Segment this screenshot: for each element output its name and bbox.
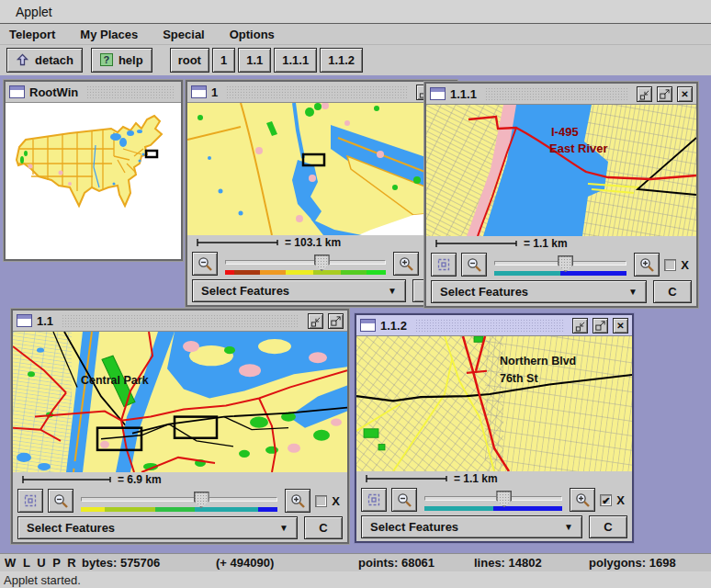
close-button[interactable]: ✕ (677, 86, 693, 102)
scale-text: = 6.9 km (118, 473, 162, 486)
ny-region-map (187, 103, 456, 235)
select-features-dropdown[interactable]: Select Features ▼ (17, 516, 298, 539)
zoom-out-button[interactable] (192, 252, 218, 276)
maximize-button[interactable] (657, 86, 672, 102)
menu-options[interactable]: Options (230, 28, 275, 41)
slider-track[interactable] (424, 496, 562, 501)
zoom-in-button[interactable] (570, 488, 595, 512)
select-features-dropdown[interactable]: Select Features ▼ (361, 515, 582, 538)
menu-my-places[interactable]: My Places (80, 28, 138, 41)
minimize-button[interactable] (308, 313, 323, 329)
slider-thumb[interactable] (314, 254, 330, 271)
window-1-1-titlebar[interactable]: 1.1 (13, 311, 347, 332)
layer-flags: W L U P R (5, 556, 82, 570)
help-button[interactable]: ? help (91, 48, 152, 73)
window-1-1-1: 1.1.1 ✕ (424, 82, 698, 308)
select-features-dropdown[interactable]: Select Features ▼ (192, 279, 406, 302)
window-1-1-scale: = 6.9 km (13, 472, 347, 487)
menu-teleport[interactable]: Teleport (9, 28, 55, 41)
help-label: help (118, 53, 143, 67)
window-1-1-1-scale: = 1.1 km (426, 236, 696, 251)
detach-button[interactable]: detach (6, 48, 83, 73)
select-features-dropdown[interactable]: Select Features ▼ (431, 280, 647, 303)
window-icon (360, 319, 376, 332)
close-icon: ✕ (616, 321, 624, 331)
window-icon (191, 85, 207, 98)
scale-ruler (21, 474, 113, 485)
x-checkbox-checked[interactable]: ✔ (600, 494, 612, 506)
x-checkbox[interactable] (664, 259, 676, 271)
nav-1-1-2-button[interactable]: 1.1.2 (320, 48, 363, 73)
nav-1-button[interactable]: 1 (212, 48, 235, 73)
map-label-road: Northern Blvd (500, 354, 576, 368)
minimize-button[interactable] (572, 318, 588, 334)
window-1-1-1-map-canvas[interactable]: I-495 East River (426, 105, 696, 236)
scale-ruler (196, 237, 280, 248)
zoom-slider[interactable] (491, 253, 629, 277)
slider-track[interactable] (225, 260, 386, 265)
nav-1-1-1-button[interactable]: 1.1.1 (274, 48, 317, 73)
help-icon: ? (100, 53, 113, 66)
titlebar-stipple (485, 87, 628, 101)
clear-button[interactable]: C (653, 280, 692, 303)
zoom-slider[interactable] (222, 252, 389, 276)
x-checkbox[interactable] (315, 495, 327, 507)
zoom-slider[interactable] (422, 488, 565, 512)
nav-1-1-button[interactable]: 1.1 (238, 48, 271, 73)
maximize-button[interactable] (592, 318, 608, 334)
slider-colorbar (424, 506, 562, 511)
window-1-1-1-controls: X (426, 251, 696, 278)
zoom-out-button[interactable] (48, 489, 73, 513)
x-checkbox-label: X (616, 493, 625, 507)
close-button[interactable]: ✕ (613, 318, 628, 334)
rootwin-titlebar[interactable]: RootWin (6, 82, 181, 103)
zoom-in-button[interactable] (634, 253, 660, 277)
clear-button[interactable]: C (304, 516, 343, 539)
window-1-1-2-feature-row: Select Features ▼ C (356, 514, 632, 541)
manhattan-map: Central Park (13, 332, 347, 472)
zoom-in-button[interactable] (393, 252, 419, 276)
extent-button[interactable] (431, 253, 457, 277)
applet-status-bar: Applet started. (0, 571, 711, 588)
slider-thumb[interactable] (496, 491, 512, 507)
window-icon (430, 87, 446, 100)
select-features-value: Select Features (440, 285, 528, 299)
slider-track[interactable] (81, 497, 277, 502)
slider-thumb[interactable] (194, 492, 209, 508)
window-1-titlebar[interactable]: 1 (187, 82, 456, 103)
slider-thumb[interactable] (558, 255, 573, 272)
maximize-icon (659, 88, 671, 100)
toolbar: detach ? help root 1 1.1 1.1.1 1.1.2 (0, 45, 711, 74)
menu-special[interactable]: Special (163, 28, 205, 41)
window-1-1-2-titlebar[interactable]: 1.1.2 ✕ (356, 315, 632, 336)
select-features-value: Select Features (370, 520, 458, 534)
scale-text: = 1.1 km (524, 237, 568, 250)
nav-root-button[interactable]: root (170, 48, 209, 73)
window-1-map-canvas[interactable] (187, 103, 456, 235)
map-label-road: I-495 (551, 125, 579, 139)
clear-button[interactable]: C (589, 515, 627, 538)
titlebar-stipple (415, 319, 564, 333)
applet-status-text: Applet started. (4, 573, 81, 587)
zoom-in-icon (575, 492, 591, 508)
extent-icon (437, 258, 450, 271)
titlebar-stipple (226, 85, 408, 99)
extent-button[interactable] (17, 489, 43, 513)
titlebar-stipple (62, 314, 299, 328)
window-1-1-2-map-canvas[interactable]: Northern Blvd 76th St (356, 336, 632, 471)
extent-icon (24, 494, 37, 507)
maximize-button[interactable] (328, 313, 344, 329)
zoom-out-button[interactable] (461, 253, 487, 277)
extent-button[interactable] (361, 488, 387, 512)
zoom-in-icon (639, 257, 655, 273)
zoom-out-button[interactable] (391, 488, 417, 512)
window-1-1-1-titlebar[interactable]: 1.1.1 ✕ (426, 84, 696, 105)
rootwin-title: RootWin (29, 85, 78, 99)
x-checkbox-label: X (332, 494, 340, 508)
window-1-1-map-canvas[interactable]: Central Park (13, 332, 347, 472)
rootwin-map-canvas[interactable] (6, 103, 181, 259)
zoom-in-button[interactable] (285, 489, 310, 513)
zoom-slider[interactable] (78, 489, 280, 513)
minimize-button[interactable] (637, 86, 652, 102)
statistics-bar: W L U P R bytes: 575706 (+ 494090) point… (0, 553, 711, 571)
